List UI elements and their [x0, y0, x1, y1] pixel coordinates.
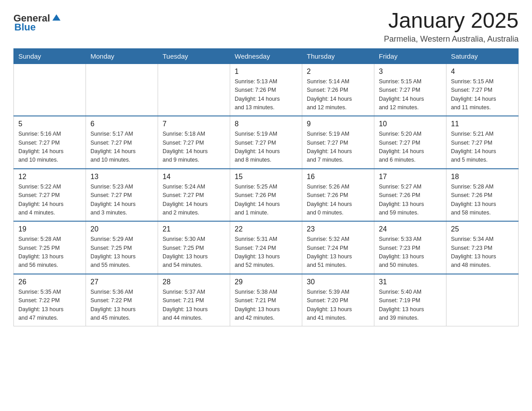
day-info: Sunrise: 5:22 AMSunset: 7:27 PMDaylight:… [18, 183, 81, 218]
day-number: 7 [163, 120, 225, 128]
logo: General Blue [13, 13, 61, 33]
svg-marker-0 [52, 14, 60, 21]
calendar-day-cell: 28Sunrise: 5:37 AMSunset: 7:21 PMDayligh… [158, 274, 230, 326]
calendar-day-cell: 18Sunrise: 5:28 AMSunset: 7:26 PMDayligh… [446, 169, 519, 222]
location-text: Parmelia, Western Australia, Australia [384, 34, 519, 44]
calendar-day-cell [158, 64, 230, 116]
calendar-day-cell: 11Sunrise: 5:21 AMSunset: 7:27 PMDayligh… [446, 116, 519, 169]
day-info: Sunrise: 5:19 AMSunset: 7:27 PMDaylight:… [307, 130, 369, 165]
day-number: 27 [90, 278, 153, 286]
calendar-day-cell: 1Sunrise: 5:13 AMSunset: 7:26 PMDaylight… [230, 64, 302, 116]
weekday-header-wednesday: Wednesday [230, 48, 302, 64]
calendar-day-cell: 22Sunrise: 5:31 AMSunset: 7:24 PMDayligh… [230, 221, 302, 274]
day-info: Sunrise: 5:28 AMSunset: 7:26 PMDaylight:… [451, 183, 514, 218]
calendar-day-cell: 14Sunrise: 5:24 AMSunset: 7:27 PMDayligh… [158, 169, 230, 222]
calendar-day-cell: 29Sunrise: 5:38 AMSunset: 7:21 PMDayligh… [230, 274, 302, 326]
day-info: Sunrise: 5:17 AMSunset: 7:27 PMDaylight:… [90, 130, 153, 165]
calendar-day-cell: 30Sunrise: 5:39 AMSunset: 7:20 PMDayligh… [302, 274, 374, 326]
day-info: Sunrise: 5:35 AMSunset: 7:22 PMDaylight:… [18, 288, 81, 323]
calendar-day-cell: 20Sunrise: 5:29 AMSunset: 7:25 PMDayligh… [86, 221, 158, 274]
calendar-day-cell: 21Sunrise: 5:30 AMSunset: 7:25 PMDayligh… [158, 221, 230, 274]
calendar-day-cell: 27Sunrise: 5:36 AMSunset: 7:22 PMDayligh… [86, 274, 158, 326]
day-number: 1 [235, 68, 297, 76]
day-number: 14 [163, 173, 225, 181]
calendar-day-cell: 3Sunrise: 5:15 AMSunset: 7:27 PMDaylight… [374, 64, 446, 116]
day-number: 15 [235, 173, 297, 181]
day-info: Sunrise: 5:14 AMSunset: 7:26 PMDaylight:… [307, 77, 369, 112]
day-info: Sunrise: 5:15 AMSunset: 7:27 PMDaylight:… [451, 77, 514, 112]
day-info: Sunrise: 5:36 AMSunset: 7:22 PMDaylight:… [90, 288, 153, 323]
day-number: 9 [307, 120, 369, 128]
day-info: Sunrise: 5:29 AMSunset: 7:25 PMDaylight:… [90, 235, 153, 270]
day-number: 5 [18, 120, 81, 128]
day-info: Sunrise: 5:28 AMSunset: 7:25 PMDaylight:… [18, 235, 81, 270]
day-info: Sunrise: 5:18 AMSunset: 7:27 PMDaylight:… [163, 130, 225, 165]
day-number: 3 [379, 68, 442, 76]
calendar-day-cell: 16Sunrise: 5:26 AMSunset: 7:26 PMDayligh… [302, 169, 374, 222]
calendar-day-cell [14, 64, 86, 116]
weekday-header-saturday: Saturday [446, 48, 519, 64]
day-number: 30 [307, 278, 369, 286]
day-info: Sunrise: 5:40 AMSunset: 7:19 PMDaylight:… [379, 288, 442, 323]
logo-triangle-icon [51, 13, 61, 22]
calendar-day-cell: 4Sunrise: 5:15 AMSunset: 7:27 PMDaylight… [446, 64, 519, 116]
day-info: Sunrise: 5:34 AMSunset: 7:23 PMDaylight:… [451, 235, 514, 270]
logo-blue-text: Blue [14, 21, 36, 33]
day-info: Sunrise: 5:23 AMSunset: 7:27 PMDaylight:… [90, 183, 153, 218]
title-section: January 2025 Parmelia, Western Australia… [384, 9, 519, 44]
day-info: Sunrise: 5:27 AMSunset: 7:26 PMDaylight:… [379, 183, 442, 218]
weekday-header-monday: Monday [86, 48, 158, 64]
calendar-day-cell: 24Sunrise: 5:33 AMSunset: 7:23 PMDayligh… [374, 221, 446, 274]
day-number: 12 [18, 173, 81, 181]
day-number: 11 [451, 120, 514, 128]
day-number: 10 [379, 120, 442, 128]
calendar-day-cell: 2Sunrise: 5:14 AMSunset: 7:26 PMDaylight… [302, 64, 374, 116]
calendar-day-cell: 7Sunrise: 5:18 AMSunset: 7:27 PMDaylight… [158, 116, 230, 169]
calendar-day-cell: 23Sunrise: 5:32 AMSunset: 7:24 PMDayligh… [302, 221, 374, 274]
weekday-header-tuesday: Tuesday [158, 48, 230, 64]
calendar-day-cell: 15Sunrise: 5:25 AMSunset: 7:26 PMDayligh… [230, 169, 302, 222]
day-number: 24 [379, 225, 442, 233]
calendar-day-cell: 26Sunrise: 5:35 AMSunset: 7:22 PMDayligh… [14, 274, 86, 326]
day-number: 2 [307, 68, 369, 76]
calendar-day-cell: 13Sunrise: 5:23 AMSunset: 7:27 PMDayligh… [86, 169, 158, 222]
month-title: January 2025 [384, 9, 519, 33]
page-header: General Blue January 2025 Parmelia, West… [13, 9, 519, 44]
day-number: 8 [235, 120, 297, 128]
day-number: 19 [18, 225, 81, 233]
day-info: Sunrise: 5:20 AMSunset: 7:27 PMDaylight:… [379, 130, 442, 165]
day-number: 26 [18, 278, 81, 286]
calendar-day-cell: 5Sunrise: 5:16 AMSunset: 7:27 PMDaylight… [14, 116, 86, 169]
day-number: 16 [307, 173, 369, 181]
day-number: 20 [90, 225, 153, 233]
day-info: Sunrise: 5:24 AMSunset: 7:27 PMDaylight:… [163, 183, 225, 218]
day-info: Sunrise: 5:32 AMSunset: 7:24 PMDaylight:… [307, 235, 369, 270]
day-info: Sunrise: 5:19 AMSunset: 7:27 PMDaylight:… [235, 130, 297, 165]
calendar-week-row: 1Sunrise: 5:13 AMSunset: 7:26 PMDaylight… [14, 64, 519, 116]
day-info: Sunrise: 5:13 AMSunset: 7:26 PMDaylight:… [235, 77, 297, 112]
calendar-day-cell [86, 64, 158, 116]
calendar-day-cell: 10Sunrise: 5:20 AMSunset: 7:27 PMDayligh… [374, 116, 446, 169]
calendar-day-cell: 19Sunrise: 5:28 AMSunset: 7:25 PMDayligh… [14, 221, 86, 274]
day-number: 21 [163, 225, 225, 233]
day-info: Sunrise: 5:26 AMSunset: 7:26 PMDaylight:… [307, 183, 369, 218]
day-info: Sunrise: 5:30 AMSunset: 7:25 PMDaylight:… [163, 235, 225, 270]
calendar-table: SundayMondayTuesdayWednesdayThursdayFrid… [13, 48, 519, 327]
day-info: Sunrise: 5:38 AMSunset: 7:21 PMDaylight:… [235, 288, 297, 323]
day-number: 28 [163, 278, 225, 286]
weekday-header-friday: Friday [374, 48, 446, 64]
day-number: 25 [451, 225, 514, 233]
calendar-day-cell: 17Sunrise: 5:27 AMSunset: 7:26 PMDayligh… [374, 169, 446, 222]
calendar-day-cell: 12Sunrise: 5:22 AMSunset: 7:27 PMDayligh… [14, 169, 86, 222]
day-info: Sunrise: 5:33 AMSunset: 7:23 PMDaylight:… [379, 235, 442, 270]
day-number: 18 [451, 173, 514, 181]
day-number: 13 [90, 173, 153, 181]
day-info: Sunrise: 5:39 AMSunset: 7:20 PMDaylight:… [307, 288, 369, 323]
calendar-day-cell: 25Sunrise: 5:34 AMSunset: 7:23 PMDayligh… [446, 221, 519, 274]
weekday-header-sunday: Sunday [14, 48, 86, 64]
day-number: 29 [235, 278, 297, 286]
day-info: Sunrise: 5:21 AMSunset: 7:27 PMDaylight:… [451, 130, 514, 165]
calendar-week-row: 5Sunrise: 5:16 AMSunset: 7:27 PMDaylight… [14, 116, 519, 169]
day-number: 31 [379, 278, 442, 286]
day-info: Sunrise: 5:16 AMSunset: 7:27 PMDaylight:… [18, 130, 81, 165]
